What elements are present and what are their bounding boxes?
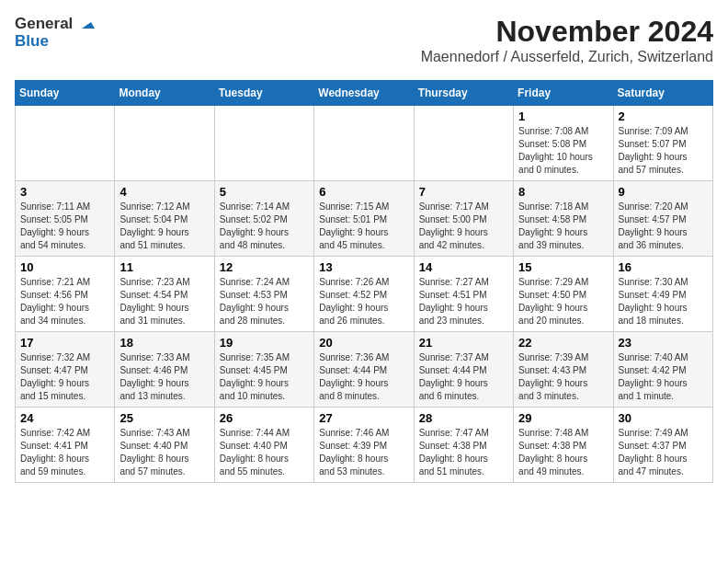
title-section: November 2024 Maennedorf / Ausserfeld, Z… bbox=[421, 15, 713, 71]
calendar-cell bbox=[214, 106, 313, 181]
calendar-week-row: 1Sunrise: 7:08 AM Sunset: 5:08 PM Daylig… bbox=[16, 106, 713, 181]
day-info: Sunrise: 7:49 AM Sunset: 4:37 PM Dayligh… bbox=[619, 427, 708, 478]
logo: General Blue bbox=[15, 15, 95, 50]
weekday-header-tuesday: Tuesday bbox=[214, 81, 313, 106]
calendar-cell: 19Sunrise: 7:35 AM Sunset: 4:45 PM Dayli… bbox=[214, 332, 313, 408]
calendar-cell: 16Sunrise: 7:30 AM Sunset: 4:49 PM Dayli… bbox=[613, 257, 712, 332]
day-number: 5 bbox=[220, 185, 309, 199]
svg-marker-0 bbox=[82, 22, 95, 29]
day-number: 28 bbox=[419, 411, 508, 425]
day-info: Sunrise: 7:20 AM Sunset: 4:57 PM Dayligh… bbox=[619, 201, 708, 252]
calendar-cell: 4Sunrise: 7:12 AM Sunset: 5:04 PM Daylig… bbox=[115, 181, 214, 257]
calendar-cell: 27Sunrise: 7:46 AM Sunset: 4:39 PM Dayli… bbox=[314, 408, 414, 483]
calendar-cell: 29Sunrise: 7:48 AM Sunset: 4:38 PM Dayli… bbox=[514, 408, 613, 483]
calendar-cell: 20Sunrise: 7:36 AM Sunset: 4:44 PM Dayli… bbox=[314, 332, 414, 408]
location-subtitle: Maennedorf / Ausserfeld, Zurich, Switzer… bbox=[421, 49, 713, 65]
logo-icon bbox=[78, 16, 95, 32]
day-info: Sunrise: 7:29 AM Sunset: 4:50 PM Dayligh… bbox=[518, 276, 608, 327]
calendar-cell: 18Sunrise: 7:33 AM Sunset: 4:46 PM Dayli… bbox=[115, 332, 214, 408]
day-info: Sunrise: 7:48 AM Sunset: 4:38 PM Dayligh… bbox=[518, 427, 608, 478]
weekday-header-wednesday: Wednesday bbox=[314, 81, 414, 106]
day-info: Sunrise: 7:40 AM Sunset: 4:42 PM Dayligh… bbox=[619, 351, 708, 403]
day-info: Sunrise: 7:30 AM Sunset: 4:49 PM Dayligh… bbox=[619, 276, 708, 327]
day-number: 17 bbox=[20, 336, 109, 350]
calendar-cell bbox=[115, 106, 214, 181]
day-info: Sunrise: 7:27 AM Sunset: 4:51 PM Dayligh… bbox=[419, 276, 508, 327]
month-year-title: November 2024 bbox=[421, 15, 713, 49]
calendar-cell: 25Sunrise: 7:43 AM Sunset: 4:40 PM Dayli… bbox=[115, 408, 214, 483]
calendar-cell: 12Sunrise: 7:24 AM Sunset: 4:53 PM Dayli… bbox=[214, 257, 313, 332]
weekday-header-saturday: Saturday bbox=[613, 81, 712, 106]
day-info: Sunrise: 7:32 AM Sunset: 4:47 PM Dayligh… bbox=[20, 351, 109, 403]
day-info: Sunrise: 7:12 AM Sunset: 5:04 PM Dayligh… bbox=[119, 201, 209, 252]
day-info: Sunrise: 7:11 AM Sunset: 5:05 PM Dayligh… bbox=[20, 201, 109, 252]
day-info: Sunrise: 7:39 AM Sunset: 4:43 PM Dayligh… bbox=[518, 351, 608, 403]
calendar-cell bbox=[414, 106, 513, 181]
calendar-week-row: 17Sunrise: 7:32 AM Sunset: 4:47 PM Dayli… bbox=[16, 332, 713, 408]
day-number: 29 bbox=[518, 411, 608, 425]
calendar-cell: 9Sunrise: 7:20 AM Sunset: 4:57 PM Daylig… bbox=[613, 181, 712, 257]
calendar-header: SundayMondayTuesdayWednesdayThursdayFrid… bbox=[16, 81, 713, 106]
calendar-cell: 24Sunrise: 7:42 AM Sunset: 4:41 PM Dayli… bbox=[16, 408, 115, 483]
calendar-table: SundayMondayTuesdayWednesdayThursdayFrid… bbox=[15, 80, 713, 483]
day-number: 25 bbox=[119, 411, 209, 425]
calendar-cell: 10Sunrise: 7:21 AM Sunset: 4:56 PM Dayli… bbox=[16, 257, 115, 332]
day-number: 7 bbox=[419, 185, 508, 199]
day-info: Sunrise: 7:08 AM Sunset: 5:08 PM Dayligh… bbox=[518, 125, 608, 177]
day-info: Sunrise: 7:33 AM Sunset: 4:46 PM Dayligh… bbox=[119, 351, 209, 403]
day-info: Sunrise: 7:09 AM Sunset: 5:07 PM Dayligh… bbox=[619, 125, 708, 177]
calendar-cell: 15Sunrise: 7:29 AM Sunset: 4:50 PM Dayli… bbox=[514, 257, 613, 332]
calendar-cell: 7Sunrise: 7:17 AM Sunset: 5:00 PM Daylig… bbox=[414, 181, 513, 257]
calendar-cell: 6Sunrise: 7:15 AM Sunset: 5:01 PM Daylig… bbox=[314, 181, 414, 257]
day-number: 8 bbox=[518, 185, 608, 199]
calendar-cell: 11Sunrise: 7:23 AM Sunset: 4:54 PM Dayli… bbox=[115, 257, 214, 332]
day-number: 30 bbox=[619, 411, 708, 425]
day-number: 12 bbox=[220, 260, 309, 274]
day-number: 4 bbox=[119, 185, 209, 199]
calendar-cell: 28Sunrise: 7:47 AM Sunset: 4:38 PM Dayli… bbox=[414, 408, 513, 483]
day-info: Sunrise: 7:46 AM Sunset: 4:39 PM Dayligh… bbox=[319, 427, 408, 478]
day-number: 14 bbox=[419, 260, 508, 274]
calendar-cell: 3Sunrise: 7:11 AM Sunset: 5:05 PM Daylig… bbox=[16, 181, 115, 257]
calendar-week-row: 24Sunrise: 7:42 AM Sunset: 4:41 PM Dayli… bbox=[16, 408, 713, 483]
top-bar: General Blue November 2024 Maennedorf / … bbox=[15, 15, 713, 73]
day-info: Sunrise: 7:17 AM Sunset: 5:00 PM Dayligh… bbox=[419, 201, 508, 252]
calendar-cell: 1Sunrise: 7:08 AM Sunset: 5:08 PM Daylig… bbox=[514, 106, 613, 181]
day-number: 22 bbox=[518, 336, 608, 350]
weekday-header-sunday: Sunday bbox=[16, 81, 115, 106]
day-number: 26 bbox=[220, 411, 309, 425]
day-info: Sunrise: 7:26 AM Sunset: 4:52 PM Dayligh… bbox=[319, 276, 408, 327]
day-number: 10 bbox=[20, 260, 109, 274]
weekday-header-thursday: Thursday bbox=[414, 81, 513, 106]
logo-text: General bbox=[15, 15, 95, 34]
calendar-cell: 13Sunrise: 7:26 AM Sunset: 4:52 PM Dayli… bbox=[314, 257, 414, 332]
day-info: Sunrise: 7:15 AM Sunset: 5:01 PM Dayligh… bbox=[319, 201, 408, 252]
day-number: 27 bbox=[319, 411, 408, 425]
calendar-week-row: 10Sunrise: 7:21 AM Sunset: 4:56 PM Dayli… bbox=[16, 257, 713, 332]
calendar-cell: 17Sunrise: 7:32 AM Sunset: 4:47 PM Dayli… bbox=[16, 332, 115, 408]
calendar-week-row: 3Sunrise: 7:11 AM Sunset: 5:05 PM Daylig… bbox=[16, 181, 713, 257]
day-number: 24 bbox=[20, 411, 109, 425]
day-number: 6 bbox=[319, 185, 408, 199]
day-number: 15 bbox=[518, 260, 608, 274]
day-info: Sunrise: 7:24 AM Sunset: 4:53 PM Dayligh… bbox=[220, 276, 309, 327]
day-info: Sunrise: 7:37 AM Sunset: 4:44 PM Dayligh… bbox=[419, 351, 508, 403]
calendar-cell: 23Sunrise: 7:40 AM Sunset: 4:42 PM Dayli… bbox=[613, 332, 712, 408]
day-info: Sunrise: 7:21 AM Sunset: 4:56 PM Dayligh… bbox=[20, 276, 109, 327]
weekday-header-monday: Monday bbox=[115, 81, 214, 106]
calendar-cell: 2Sunrise: 7:09 AM Sunset: 5:07 PM Daylig… bbox=[613, 106, 712, 181]
weekday-header-row: SundayMondayTuesdayWednesdayThursdayFrid… bbox=[16, 81, 713, 106]
weekday-header-friday: Friday bbox=[514, 81, 613, 106]
day-info: Sunrise: 7:36 AM Sunset: 4:44 PM Dayligh… bbox=[319, 351, 408, 403]
day-number: 9 bbox=[619, 185, 708, 199]
day-info: Sunrise: 7:43 AM Sunset: 4:40 PM Dayligh… bbox=[119, 427, 209, 478]
calendar-cell: 26Sunrise: 7:44 AM Sunset: 4:40 PM Dayli… bbox=[214, 408, 313, 483]
calendar-cell: 8Sunrise: 7:18 AM Sunset: 4:58 PM Daylig… bbox=[514, 181, 613, 257]
day-number: 11 bbox=[119, 260, 209, 274]
calendar-cell: 22Sunrise: 7:39 AM Sunset: 4:43 PM Dayli… bbox=[514, 332, 613, 408]
calendar-cell: 21Sunrise: 7:37 AM Sunset: 4:44 PM Dayli… bbox=[414, 332, 513, 408]
calendar-cell bbox=[314, 106, 414, 181]
day-info: Sunrise: 7:42 AM Sunset: 4:41 PM Dayligh… bbox=[20, 427, 109, 478]
day-info: Sunrise: 7:35 AM Sunset: 4:45 PM Dayligh… bbox=[220, 351, 309, 403]
day-number: 13 bbox=[319, 260, 408, 274]
